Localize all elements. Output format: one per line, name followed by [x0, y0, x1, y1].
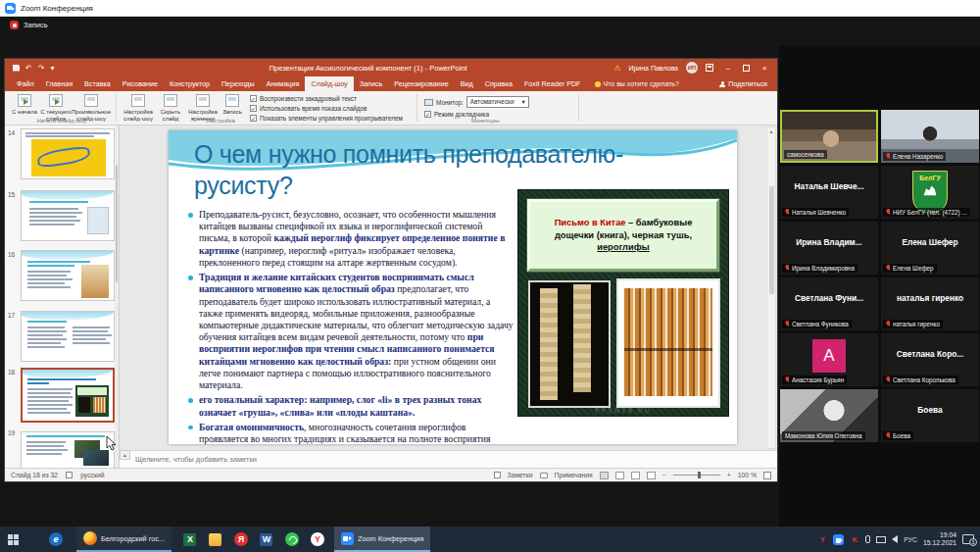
start-button[interactable] [0, 527, 25, 552]
participant-tile-photo[interactable]: Мамонова Юлия Олеговна [780, 389, 878, 442]
participant-tile[interactable]: наталья гиренко наталья гиренко [881, 277, 979, 330]
participant-tile[interactable]: Светлана Коро... Светлана Королькова [881, 333, 979, 386]
fit-slide-icon[interactable] [763, 472, 771, 479]
slide-thumbnail-19[interactable] [21, 431, 115, 468]
tray-speaker-icon[interactable] [892, 535, 898, 543]
tab-animations[interactable]: Анимация [261, 76, 306, 91]
tray-yandex-icon[interactable]: Y [817, 534, 827, 544]
tab-help[interactable]: Справка [479, 76, 518, 91]
ribbon-display-options-icon[interactable] [706, 64, 713, 72]
slide-thumbnail-18-selected[interactable] [21, 368, 115, 423]
slide-thumbnail-17[interactable] [21, 311, 115, 362]
comments-toggle[interactable]: Примечания [555, 472, 593, 478]
participant-tile[interactable]: Светлана Фуни... Светлана Фуникова [780, 277, 878, 330]
tab-record[interactable]: Запись [354, 76, 389, 91]
from-current-icon [49, 94, 63, 107]
monitor-selector[interactable]: Монитор: Автоматически ▾ [424, 96, 529, 108]
spellcheck-icon[interactable] [66, 472, 73, 478]
tray-kaspersky-icon[interactable]: K [850, 534, 859, 544]
participant-name: Елена Назаренко [893, 153, 943, 160]
tab-design[interactable]: Конструктор [164, 76, 216, 91]
participant-tile[interactable]: Наталья Шевче... Наталья Шевченко [780, 166, 878, 219]
participant-tile-avatar[interactable]: А Анастасия Бурьян [780, 333, 878, 386]
monitor-dropdown[interactable]: Автоматически ▾ [466, 96, 529, 108]
action-center-icon[interactable]: 1 [962, 534, 974, 544]
participant-tile[interactable]: Елена Шефер Елена Шефер [881, 222, 979, 275]
slide-18[interactable]: О чем нужно помнить преподавателю-русист… [169, 130, 737, 444]
tab-slideshow[interactable]: Слайд-шоу [305, 76, 353, 91]
firefox-window-button[interactable]: Белгородский гос... [76, 527, 172, 552]
yandex-taskbar-icon[interactable]: Я [228, 527, 254, 552]
tray-zoom-icon[interactable] [833, 534, 844, 545]
narration-checkbox[interactable]: ✓ Воспроизвести закадровый текст [250, 95, 357, 102]
account-avatar[interactable]: ИП [686, 62, 698, 74]
normal-view-button[interactable] [600, 472, 609, 479]
lightbulb-icon [595, 81, 601, 87]
media-controls-checkbox[interactable]: ✓ Показать элементы управления проигрыва… [250, 115, 403, 122]
participant-tile-video[interactable]: Елена Назаренко [881, 110, 979, 163]
china-writing-image[interactable]: Письмо в Китае – бамбуковые дощечки (кни… [517, 189, 729, 417]
word-taskbar-icon[interactable]: W [254, 527, 279, 552]
redo-icon[interactable]: ↷ [38, 64, 45, 73]
tray-microphone-icon[interactable] [865, 535, 870, 543]
tab-foxit[interactable]: Foxit Reader PDF [518, 76, 587, 91]
file-explorer-taskbar-icon[interactable] [203, 527, 228, 552]
zoom-window-button[interactable]: Zoom Конференция [334, 527, 430, 552]
participant-name: наталья гиренко [893, 321, 940, 327]
tab-home[interactable]: Главная [40, 76, 78, 91]
participant-name: Боева [893, 432, 910, 439]
slide-sorter-view-button[interactable] [615, 472, 624, 479]
edge-taskbar-icon[interactable]: e [43, 527, 69, 552]
share-button[interactable]: Поделиться [719, 79, 777, 88]
record-button[interactable]: Запись [220, 94, 245, 116]
qat-dropdown-icon[interactable]: ▾ [50, 64, 54, 73]
tab-view[interactable]: Вид [455, 76, 479, 91]
notes-toggle[interactable]: Заметки [508, 472, 533, 478]
tab-draw[interactable]: Рисование [117, 76, 164, 91]
minimize-button[interactable]: – [721, 64, 735, 73]
slide-thumbnail-14[interactable] [21, 128, 115, 179]
close-button[interactable]: × [758, 64, 771, 73]
recording-indicator[interactable]: Запись [10, 21, 48, 29]
scroll-up-icon[interactable]: ▴ [767, 127, 775, 136]
taskbar-clock[interactable]: 19:04 15.12.2021 [923, 531, 956, 548]
excel-taskbar-icon[interactable]: X [177, 527, 203, 552]
tell-me-search[interactable]: Что вы хотите сделать? [595, 80, 679, 87]
timings-checkbox[interactable]: ✓ Использовать время показа слайдов [250, 105, 367, 112]
tab-review[interactable]: Рецензирование [388, 76, 455, 91]
whatsapp-taskbar-icon[interactable] [279, 527, 305, 552]
hide-slide-button[interactable]: Скрыть слайд [157, 94, 184, 123]
presenter-view-checkbox[interactable]: ✓ Режим докладчика [424, 111, 489, 118]
slide-thumbnail-16[interactable] [21, 250, 115, 301]
thumbnail-scrollbar[interactable] [115, 125, 119, 468]
participant-tile-video[interactable]: самосенкова [780, 110, 878, 163]
restore-button[interactable] [743, 65, 750, 72]
tab-insert[interactable]: Вставка [78, 76, 117, 91]
checkbox-checked-icon: ✓ [250, 105, 257, 112]
participant-tile[interactable]: Ирина Владим... Ирина Владимировна [780, 222, 878, 275]
reading-view-button[interactable] [631, 472, 640, 479]
from-start-button[interactable]: С начала [9, 94, 40, 116]
slide-thumbnail-15[interactable] [21, 190, 115, 241]
notes-pane[interactable]: Щелкните, чтобы добавить заметки [120, 450, 777, 468]
setup-show-icon [131, 94, 145, 107]
tab-transitions[interactable]: Переходы [216, 76, 261, 91]
tray-display-icon[interactable] [876, 536, 886, 543]
save-icon[interactable] [13, 65, 20, 72]
participant-tile[interactable]: Боева Боева [881, 389, 979, 442]
participant-tile-logo[interactable]: БелГУ НИУ БелГУ (тел. (4722) ... [881, 166, 979, 219]
canvas-scrollbar[interactable]: ▴ [766, 126, 776, 449]
setup-show-button[interactable]: Настройка слайд-шоу [121, 94, 156, 123]
tab-file[interactable]: Файл [11, 76, 40, 91]
yandex-browser-taskbar-icon[interactable]: Y [305, 527, 330, 552]
notes-collapse-button[interactable]: ▴ [120, 450, 130, 460]
slideshow-view-button[interactable] [647, 472, 656, 479]
undo-icon[interactable]: ↶ [25, 64, 32, 73]
account-name[interactable]: Ирина Павлова [628, 65, 678, 72]
slide-thumbnail-panel[interactable]: 14 15 16 [5, 125, 120, 468]
language-indicator[interactable]: русский [80, 472, 104, 478]
group-label-monitors: Мониторы [436, 118, 534, 124]
language-switcher[interactable]: РУС [904, 536, 917, 543]
zoom-percentage[interactable]: 100 % [738, 472, 757, 478]
zoom-slider[interactable] [673, 475, 720, 476]
